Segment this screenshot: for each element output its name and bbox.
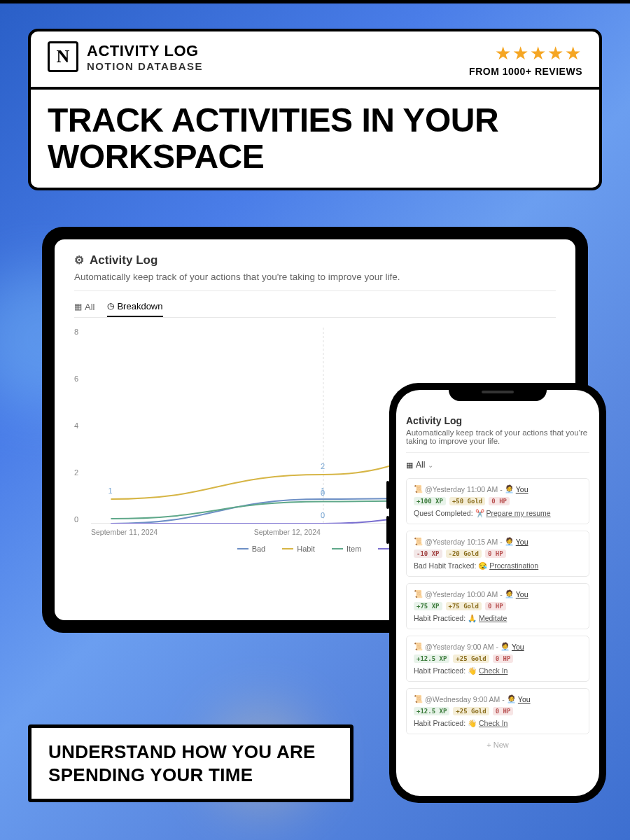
phone-screen: Activity Log Automatically keep track of… <box>396 390 599 796</box>
phone-notch <box>449 383 547 401</box>
grid-icon: ▦ <box>406 461 413 470</box>
chevron-down-icon: ⌄ <box>428 461 433 469</box>
volume-down-button <box>386 516 389 544</box>
grid-icon: ▦ <box>74 302 82 312</box>
phone-tab-all[interactable]: ▦ All ⌄ <box>406 460 589 470</box>
activity-log-title: Activity Log <box>90 253 158 267</box>
footer-headline: UNDERSTAND HOW YOU ARE SPENDING YOUR TIM… <box>48 741 333 786</box>
logo-section: N ACTIVITY LOG NOTION DATABASE <box>48 41 203 72</box>
notion-icon: N <box>48 41 78 72</box>
log-item[interactable]: 📜@Yesterday 9:00 AM - 🧑‍💼You +12.5 XP+25… <box>406 636 589 682</box>
phone-frame: Activity Log Automatically keep track of… <box>389 383 606 803</box>
new-button[interactable]: + New <box>406 741 589 749</box>
gear-icon: ⚙ <box>74 253 84 267</box>
log-item[interactable]: 📜@Yesterday 10:00 AM - 🧑‍💼You +75 XP+75 … <box>406 583 589 629</box>
log-item[interactable]: 📜@Yesterday 10:15 AM - 🧑‍💼You -10 XP-20 … <box>406 531 589 577</box>
reviews-count: FROM 1000+ REVIEWS <box>469 66 582 77</box>
tab-all[interactable]: ▦ All <box>74 302 94 316</box>
header-title: ACTIVITY LOG <box>87 42 203 60</box>
volume-up-button <box>386 481 389 509</box>
header-card: N ACTIVITY LOG NOTION DATABASE ★★★★★ FRO… <box>28 29 602 190</box>
clock-icon: ◷ <box>107 301 114 311</box>
log-item[interactable]: 📜@Wednesday 9:00 AM - 🧑‍💼You +12.5 XP+25… <box>406 688 589 734</box>
phone-activity-log-subtitle: Automatically keep track of your actions… <box>406 428 589 453</box>
footer-card: UNDERSTAND HOW YOU ARE SPENDING YOUR TIM… <box>28 724 354 802</box>
hero-headline: TRACK ACTIVITIES IN YOUR WORKSPACE <box>48 102 582 175</box>
log-item[interactable]: 📜@Yesterday 11:00 AM - 🧑‍💼You +100 XP+50… <box>406 478 589 524</box>
activity-log-subtitle: Automatically keep track of your actions… <box>74 272 556 291</box>
star-rating-icon: ★★★★★ <box>469 43 582 64</box>
rating-section: ★★★★★ FROM 1000+ REVIEWS <box>469 43 582 77</box>
header-subtitle: NOTION DATABASE <box>87 60 203 72</box>
tab-breakdown[interactable]: ◷ Breakdown <box>107 301 162 317</box>
phone-activity-log-title: Activity Log <box>406 415 589 426</box>
